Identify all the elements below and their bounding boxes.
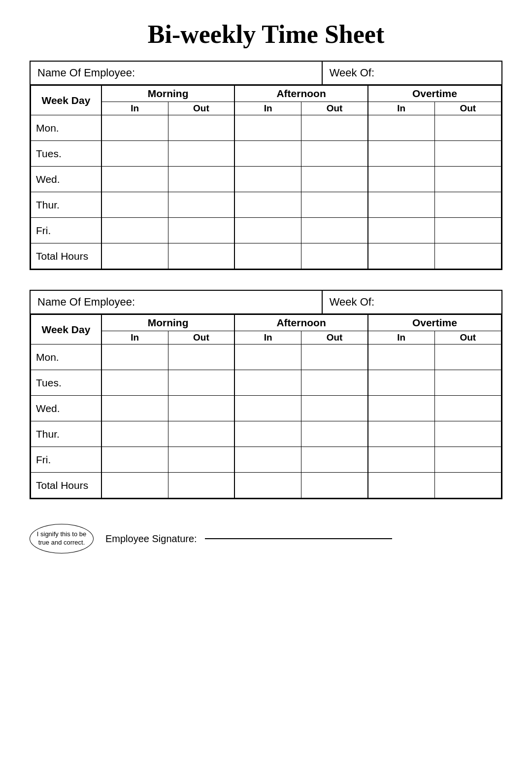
data-cell[interactable]	[368, 141, 434, 167]
data-cell[interactable]	[234, 396, 301, 421]
data-cell[interactable]	[368, 370, 434, 396]
data-cell[interactable]	[101, 115, 168, 141]
week-of-label-2: Week Of:	[323, 291, 501, 313]
data-cell[interactable]	[301, 370, 368, 396]
timesheet-block-2: Name Of Employee: Week Of: Week Day Morn…	[30, 290, 502, 499]
data-cell[interactable]	[101, 396, 168, 421]
data-cell[interactable]	[234, 115, 301, 141]
data-cell[interactable]	[434, 115, 501, 141]
table-row: Thur.	[31, 192, 501, 218]
data-cell[interactable]	[368, 218, 434, 243]
header-row-2: Week Day Morning Afternoon Overtime	[31, 315, 501, 331]
data-cell[interactable]	[101, 421, 168, 447]
table-row: Mon.	[31, 115, 501, 141]
data-cell[interactable]	[101, 370, 168, 396]
total-cell[interactable]	[434, 473, 501, 498]
data-cell[interactable]	[234, 192, 301, 218]
total-cell[interactable]	[101, 243, 168, 269]
data-cell[interactable]	[234, 218, 301, 243]
data-cell[interactable]	[168, 396, 234, 421]
data-cell[interactable]	[234, 370, 301, 396]
overtime-out-header-2: Out	[434, 331, 501, 344]
data-cell[interactable]	[368, 115, 434, 141]
total-cell[interactable]	[368, 243, 434, 269]
data-cell[interactable]	[368, 167, 434, 192]
data-cell[interactable]	[368, 421, 434, 447]
afternoon-in-header-2: In	[234, 331, 301, 344]
signature-line[interactable]	[205, 538, 392, 539]
total-cell[interactable]	[234, 473, 301, 498]
day-label: Fri.	[31, 447, 101, 473]
data-cell[interactable]	[368, 396, 434, 421]
data-cell[interactable]	[301, 167, 368, 192]
total-row-2: Total Hours	[31, 473, 501, 498]
data-cell[interactable]	[434, 167, 501, 192]
total-cell[interactable]	[434, 243, 501, 269]
data-cell[interactable]	[434, 421, 501, 447]
week-of-label-1: Week Of:	[323, 62, 501, 84]
day-label: Wed.	[31, 396, 101, 421]
data-cell[interactable]	[301, 192, 368, 218]
page-title: Bi-weekly Time Sheet	[30, 20, 502, 49]
morning-header-1: Morning	[101, 86, 235, 102]
data-cell[interactable]	[168, 192, 234, 218]
data-cell[interactable]	[101, 218, 168, 243]
data-cell[interactable]	[168, 370, 234, 396]
data-cell[interactable]	[234, 421, 301, 447]
data-cell[interactable]	[234, 167, 301, 192]
data-cell[interactable]	[434, 396, 501, 421]
header-row-1: Week Day Morning Afternoon Overtime	[31, 86, 501, 102]
table-row: Thur.	[31, 421, 501, 447]
data-cell[interactable]	[168, 167, 234, 192]
total-cell[interactable]	[168, 473, 234, 498]
afternoon-out-header-1: Out	[301, 102, 368, 115]
data-cell[interactable]	[301, 344, 368, 370]
data-cell[interactable]	[101, 141, 168, 167]
data-cell[interactable]	[434, 447, 501, 473]
employee-header-1: Name Of Employee: Week Of:	[31, 62, 501, 85]
data-cell[interactable]	[301, 115, 368, 141]
data-cell[interactable]	[301, 396, 368, 421]
data-cell[interactable]	[168, 344, 234, 370]
morning-in-header-1: In	[101, 102, 168, 115]
total-cell[interactable]	[301, 243, 368, 269]
table-row: Tues.	[31, 370, 501, 396]
data-cell[interactable]	[368, 192, 434, 218]
data-cell[interactable]	[368, 344, 434, 370]
total-cell[interactable]	[101, 473, 168, 498]
data-cell[interactable]	[301, 141, 368, 167]
day-label: Thur.	[31, 192, 101, 218]
data-cell[interactable]	[301, 447, 368, 473]
data-cell[interactable]	[234, 141, 301, 167]
total-cell[interactable]	[301, 473, 368, 498]
data-cell[interactable]	[168, 115, 234, 141]
total-cell[interactable]	[234, 243, 301, 269]
data-cell[interactable]	[168, 141, 234, 167]
total-cell[interactable]	[168, 243, 234, 269]
data-cell[interactable]	[234, 447, 301, 473]
data-cell[interactable]	[101, 192, 168, 218]
day-label: Tues.	[31, 141, 101, 167]
data-cell[interactable]	[234, 344, 301, 370]
signature-label: Employee Signature:	[105, 533, 197, 545]
total-hours-label-2: Total Hours	[31, 473, 101, 498]
data-cell[interactable]	[434, 344, 501, 370]
data-cell[interactable]	[101, 447, 168, 473]
data-cell[interactable]	[434, 192, 501, 218]
data-cell[interactable]	[301, 421, 368, 447]
table-row: Fri.	[31, 218, 501, 243]
data-cell[interactable]	[434, 370, 501, 396]
afternoon-header-2: Afternoon	[234, 315, 368, 331]
data-cell[interactable]	[301, 218, 368, 243]
data-cell[interactable]	[434, 141, 501, 167]
total-cell[interactable]	[368, 473, 434, 498]
data-cell[interactable]	[168, 218, 234, 243]
data-cell[interactable]	[168, 447, 234, 473]
table-row: Tues.	[31, 141, 501, 167]
data-cell[interactable]	[101, 167, 168, 192]
table-row: Wed.	[31, 396, 501, 421]
data-cell[interactable]	[168, 421, 234, 447]
data-cell[interactable]	[368, 447, 434, 473]
data-cell[interactable]	[101, 344, 168, 370]
data-cell[interactable]	[434, 218, 501, 243]
